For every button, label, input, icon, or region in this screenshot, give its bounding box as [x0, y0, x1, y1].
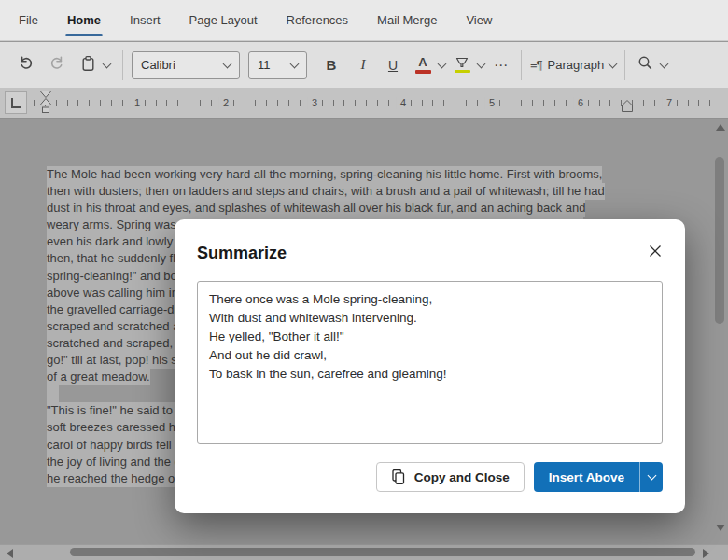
horizontal-scrollbar[interactable] [0, 544, 728, 560]
font-size-value: 11 [258, 58, 284, 72]
chevron-down-icon [659, 59, 668, 68]
highlight-button[interactable] [451, 50, 473, 80]
document-line[interactable] [47, 385, 59, 402]
redo-icon [49, 55, 64, 75]
font-color-icon: A [415, 56, 431, 74]
vertical-scrollbar-thumb[interactable] [715, 157, 724, 324]
search-dropdown-chevron[interactable] [656, 51, 671, 79]
undo-button[interactable] [15, 50, 37, 80]
paragraph-icon: ≡¶ [530, 58, 542, 72]
horizontal-scrollbar-thumb[interactable] [70, 548, 695, 556]
document-line[interactable]: of a great meadow. [47, 369, 150, 385]
scroll-down-icon[interactable] [716, 525, 725, 531]
font-name-value: Calibri [141, 58, 217, 72]
copy-and-close-label: Copy and Close [414, 470, 510, 484]
italic-label: I [361, 57, 366, 73]
paste-dropdown-chevron[interactable] [99, 51, 114, 79]
summary-textbox[interactable]: There once was a Mole spring-cleaning, W… [197, 281, 663, 444]
ruler-number: 2 [219, 97, 232, 109]
insert-above-dropdown[interactable] [640, 462, 663, 492]
ruler-number: 6 [574, 97, 587, 109]
copy-icon [391, 469, 406, 485]
ruler-number: 7 [663, 97, 676, 109]
chevron-down-icon [102, 59, 111, 68]
vertical-scrollbar[interactable] [712, 119, 728, 544]
highlighter-icon [454, 57, 470, 74]
dialog-footer: Copy and Close Insert Above [197, 462, 663, 492]
font-color-button[interactable]: A [412, 50, 434, 80]
menu-home[interactable]: Home [65, 1, 103, 39]
document-line[interactable]: The Mole had been working very hard all … [47, 166, 602, 183]
paragraph-label: Paragraph [548, 58, 605, 72]
menu-file[interactable]: File [17, 1, 40, 39]
toolbar: Calibri 11 B I U A ⋯ ≡¶ Paragraph [0, 42, 728, 88]
italic-button[interactable]: I [352, 50, 374, 80]
insert-above-button[interactable]: Insert Above [534, 462, 639, 492]
clipboard-icon [80, 55, 96, 76]
more-options-button[interactable]: ⋯ [490, 50, 512, 80]
paste-button[interactable] [77, 50, 99, 80]
indent-marker-right[interactable] [620, 99, 635, 114]
ruler-number: 5 [485, 97, 498, 109]
toolbar-separator [122, 50, 123, 80]
dialog-header: Summarize [197, 242, 663, 264]
underline-button[interactable]: U [382, 50, 404, 80]
chevron-down-icon [437, 59, 446, 68]
close-icon [649, 245, 662, 258]
scroll-right-icon[interactable] [703, 549, 709, 558]
scroll-left-icon[interactable] [7, 549, 13, 558]
font-size-combo[interactable]: 11 [248, 51, 307, 79]
scroll-up-icon[interactable] [716, 124, 725, 131]
redo-button[interactable] [45, 50, 67, 80]
chevron-down-icon [290, 59, 300, 68]
font-name-combo[interactable]: Calibri [132, 51, 240, 79]
ruler-number: 3 [308, 97, 321, 109]
ruler-number: 1 [131, 97, 144, 109]
indent-marker-left[interactable] [39, 90, 52, 118]
menu-references[interactable]: References [285, 1, 350, 39]
toolbar-separator [521, 50, 522, 80]
underline-label: U [388, 58, 398, 73]
close-button[interactable] [644, 240, 666, 262]
menu-mail-merge[interactable]: Mail Merge [375, 1, 439, 39]
insert-above-label: Insert Above [549, 470, 624, 484]
bold-button[interactable]: B [320, 50, 343, 80]
menu-insert[interactable]: Insert [128, 1, 162, 39]
document-line[interactable]: dust in his throat and eyes, and splashe… [47, 200, 585, 217]
toolbar-separator [624, 50, 625, 80]
undo-icon [19, 55, 35, 75]
insert-above-split-button: Insert Above [534, 462, 663, 492]
search-button[interactable] [634, 50, 656, 80]
paragraph-menu-button[interactable]: ≡¶ Paragraph [530, 50, 616, 80]
ruler: 1234567 [0, 88, 728, 119]
chevron-down-icon [223, 59, 232, 68]
chevron-down-icon [647, 471, 656, 481]
document-line[interactable]: then with dusters; then on ladders and s… [47, 183, 605, 200]
search-icon [637, 55, 653, 75]
dialog-title: Summarize [197, 242, 287, 264]
menu-bar: File Home Insert Page Layout References … [0, 0, 728, 41]
chevron-down-icon [476, 59, 485, 68]
menu-page-layout[interactable]: Page Layout [188, 1, 259, 39]
tab-stop-selector[interactable] [5, 91, 27, 114]
more-icon: ⋯ [494, 57, 509, 74]
ruler-ticks: 1234567 [34, 88, 711, 118]
menu-view[interactable]: View [464, 1, 494, 39]
tab-stop-icon [11, 98, 21, 108]
bold-label: B [327, 57, 337, 73]
ruler-numbers: 1234567 [34, 88, 711, 118]
ruler-number: 4 [397, 97, 410, 109]
font-color-dropdown-chevron[interactable] [434, 51, 449, 79]
chevron-down-icon [609, 59, 618, 68]
summarize-dialog: Summarize There once was a Mole spring-c… [175, 219, 685, 513]
highlight-dropdown-chevron[interactable] [473, 51, 488, 79]
copy-and-close-button[interactable]: Copy and Close [376, 462, 525, 492]
